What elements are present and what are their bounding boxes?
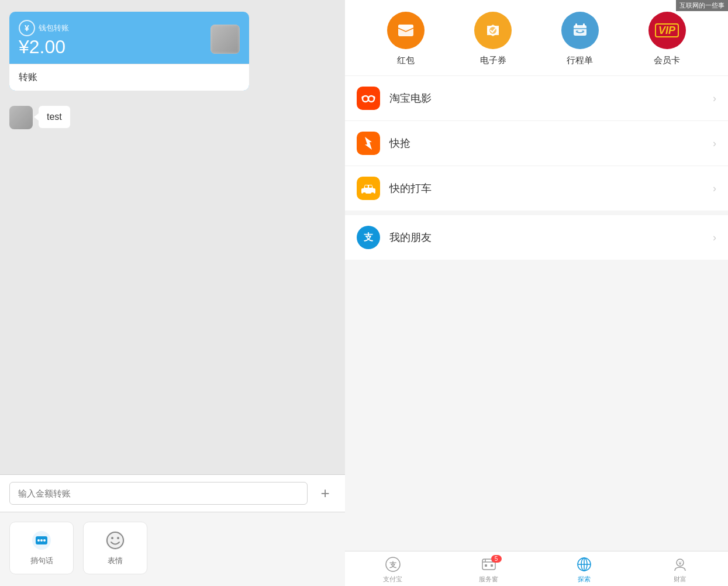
menu-item-movie[interactable]: 淘宝电影 › (345, 76, 728, 121)
icon-item-hongbao[interactable]: 红包 (363, 12, 450, 66)
svg-text:支: 支 (389, 561, 397, 569)
nav-alipay-label: 支付宝 (383, 575, 402, 584)
wallet-label: 钱包转账 (39, 23, 69, 33)
left-panel: ¥ 钱包转账 ¥2.00 转账 test + (0, 0, 345, 586)
hongbao-icon (387, 12, 425, 49)
movie-chevron: › (713, 92, 716, 105)
friends-chevron: › (713, 232, 716, 244)
transfer-input[interactable] (9, 482, 308, 505)
menu-item-kuaiqiang[interactable]: 快抢 › (345, 121, 728, 166)
itinerary-label: 行程单 (567, 55, 593, 66)
kuaiqiang-chevron: › (713, 137, 716, 150)
menu-item-friends[interactable]: 支 我的朋友 › (345, 215, 728, 260)
sender-avatar (9, 106, 33, 129)
svg-rect-34 (485, 564, 487, 567)
svg-text:¥: ¥ (678, 560, 682, 566)
svg-rect-35 (491, 564, 493, 567)
alipay-nav-icon: 支 (385, 556, 401, 573)
vip-icon: VIP (648, 12, 686, 49)
message-bubble: test (39, 106, 70, 128)
chat-area: ¥ 钱包转账 ¥2.00 转账 test (0, 0, 345, 474)
nav-alipay[interactable]: 支 支付宝 (345, 556, 441, 584)
taxi-chevron: › (713, 182, 716, 195)
svg-rect-14 (583, 23, 585, 27)
transfer-card-top: ¥ 钱包转账 ¥2.00 (9, 12, 249, 64)
avatar-blur-inner (211, 25, 240, 54)
taxi-icon (357, 177, 380, 200)
icon-item-vip[interactable]: VIP 会员卡 (623, 12, 710, 66)
nav-service-label: 服务窗 (479, 575, 498, 584)
svg-point-27 (363, 192, 366, 196)
coupon-label: 电子券 (480, 55, 506, 66)
right-panel: 互联网的一些事 红包 电子券 (345, 0, 728, 586)
bottom-nav: 支 支付宝 5 服务窗 (345, 551, 728, 586)
message-row: test (9, 106, 336, 129)
hongbao-label: 红包 (397, 55, 415, 66)
shortcut-chat-label: 捎句话 (30, 556, 53, 566)
movie-icon (357, 87, 380, 110)
wealth-nav-icon: ¥ (672, 556, 688, 573)
menu-section-2: 支 我的朋友 › (345, 215, 728, 260)
friends-icon: 支 (357, 226, 380, 249)
flash-icon (357, 132, 380, 155)
emoji-icon (105, 530, 126, 551)
shortcut-emoji[interactable]: 表情 (83, 522, 147, 574)
svg-rect-26 (369, 185, 372, 188)
svg-point-28 (371, 192, 374, 196)
nav-service[interactable]: 5 服务窗 (441, 556, 537, 584)
top-icons-row: 红包 电子券 (345, 0, 728, 76)
input-area: + (0, 474, 345, 512)
icon-item-coupon[interactable]: 电子券 (450, 12, 537, 66)
svg-rect-17 (582, 30, 584, 32)
svg-point-8 (117, 537, 119, 539)
yuan-circle: ¥ (19, 20, 35, 36)
wallet-icon-row: ¥ 钱包转账 (19, 20, 69, 36)
svg-point-5 (106, 531, 125, 550)
menu-item-taxi[interactable]: 快的打车 › (345, 166, 728, 211)
coupon-icon (474, 12, 512, 49)
recipient-avatar (211, 25, 240, 54)
itinerary-icon (561, 12, 599, 49)
nav-explore-label: 探索 (578, 575, 591, 584)
transfer-amount: ¥2.00 (19, 36, 69, 58)
svg-rect-12 (574, 25, 586, 36)
svg-rect-25 (365, 185, 368, 188)
transfer-card[interactable]: ¥ 钱包转账 ¥2.00 转账 (9, 12, 249, 91)
movie-label: 淘宝电影 (389, 91, 713, 105)
watermark: 互联网的一些事 (676, 0, 728, 11)
kuaiqiang-label: 快抢 (389, 136, 713, 150)
chat-bubble-icon (31, 530, 52, 551)
svg-rect-16 (576, 30, 578, 32)
svg-point-3 (40, 539, 43, 542)
shortcut-emoji-label: 表情 (108, 556, 123, 566)
transfer-label: 转账 (9, 64, 249, 91)
shortcut-chat[interactable]: 捎句话 (9, 522, 74, 574)
vip-text: VIP (655, 23, 679, 37)
taxi-label: 快的打车 (389, 181, 713, 195)
friends-label: 我的朋友 (389, 230, 713, 244)
svg-point-4 (43, 539, 46, 542)
icon-item-itinerary[interactable]: 行程单 (537, 12, 624, 66)
svg-point-7 (111, 537, 113, 539)
bottom-spacer (345, 264, 728, 346)
wallet-info: ¥ 钱包转账 ¥2.00 (19, 20, 69, 58)
nav-explore[interactable]: 探索 (537, 556, 633, 584)
svg-rect-10 (398, 25, 413, 29)
shortcuts-area: 捎句话 表情 (0, 512, 345, 586)
plus-button[interactable]: + (315, 483, 336, 504)
menu-section-1: 淘宝电影 › 快抢 › (345, 76, 728, 211)
nav-wealth-label: 财富 (674, 575, 686, 584)
service-badge: 5 (491, 555, 502, 563)
explore-nav-icon (576, 556, 592, 573)
vip-label: 会员卡 (654, 55, 680, 66)
nav-wealth[interactable]: ¥ 财富 (632, 556, 728, 584)
svg-text:支: 支 (363, 232, 374, 242)
menu-list: 淘宝电影 › 快抢 › (345, 76, 728, 586)
svg-rect-13 (575, 23, 577, 27)
svg-point-2 (37, 539, 40, 542)
